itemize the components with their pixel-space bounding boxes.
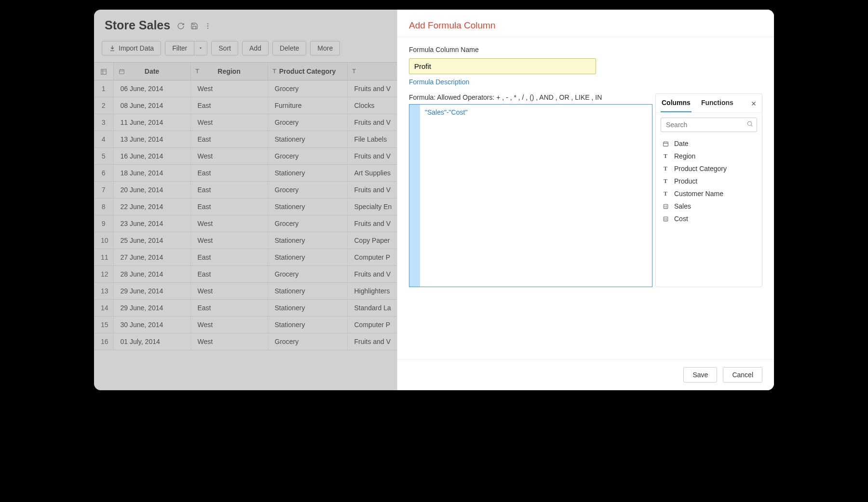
cell-region[interactable]: West xyxy=(190,333,268,350)
text-icon: T xyxy=(662,178,669,185)
cell-product-category[interactable]: Grocery xyxy=(268,266,347,283)
column-item[interactable]: TProduct xyxy=(662,177,756,185)
cell-date[interactable]: 25 June, 2014 xyxy=(113,232,190,249)
col-header-product-category[interactable]: TProduct Category xyxy=(268,63,347,80)
formula-panel: Add Formula Column Formula Column Name F… xyxy=(397,10,774,390)
close-icon[interactable] xyxy=(750,99,757,107)
panel-title: Add Formula Column xyxy=(397,10,774,37)
cell-date[interactable]: 22 June, 2014 xyxy=(113,198,190,215)
row-number: 10 xyxy=(94,232,113,249)
corner-header[interactable] xyxy=(94,63,113,80)
filter-button[interactable]: Filter xyxy=(165,41,194,55)
import-data-button[interactable]: Import Data xyxy=(102,41,161,55)
cell-region[interactable]: East xyxy=(190,182,268,198)
cell-product-category[interactable]: Stationery xyxy=(268,317,347,333)
cell-date[interactable]: 13 June, 2014 xyxy=(113,131,190,148)
cell-region[interactable]: West xyxy=(190,114,268,131)
cell-product-category[interactable]: Furniture xyxy=(268,97,347,114)
more-button[interactable]: More xyxy=(310,41,340,55)
cell-date[interactable]: 27 June, 2014 xyxy=(113,249,190,266)
column-item-label: Product xyxy=(674,177,697,185)
cell-region[interactable]: East xyxy=(190,198,268,215)
cell-date[interactable]: 18 June, 2014 xyxy=(113,165,190,182)
cell-product-category[interactable]: Stationery xyxy=(268,249,347,266)
cell-date[interactable]: 06 June, 2014 xyxy=(113,80,190,97)
cell-region[interactable]: West xyxy=(190,283,268,300)
column-item-label: Date xyxy=(674,140,689,147)
cell-product-category[interactable]: Stationery xyxy=(268,131,347,148)
cell-product-category[interactable]: Stationery xyxy=(268,232,347,249)
formula-area: Formula: Allowed Operators: + , - , * , … xyxy=(409,93,762,287)
refresh-icon[interactable] xyxy=(177,22,185,29)
sort-button[interactable]: Sort xyxy=(211,41,238,55)
formula-editor[interactable]: "Sales"-"Cost" xyxy=(409,104,652,287)
column-item[interactable]: TCustomer Name xyxy=(662,190,756,198)
column-item[interactable]: Date xyxy=(662,140,756,147)
cell-product-category[interactable]: Grocery xyxy=(268,215,347,232)
cell-date[interactable]: 29 June, 2014 xyxy=(113,283,190,300)
cell-date[interactable]: 23 June, 2014 xyxy=(113,215,190,232)
formula-code: "Sales"-"Cost" xyxy=(420,105,472,287)
cell-region[interactable]: West xyxy=(190,232,268,249)
cell-region[interactable]: East xyxy=(190,131,268,148)
row-number: 2 xyxy=(94,97,113,114)
delete-button[interactable]: Delete xyxy=(272,41,306,55)
add-button[interactable]: Add xyxy=(242,41,269,55)
column-item-label: Customer Name xyxy=(674,190,723,198)
column-search-input[interactable] xyxy=(661,118,757,132)
num-icon xyxy=(662,215,669,222)
cell-region[interactable]: West xyxy=(190,317,268,333)
cell-date[interactable]: 20 June, 2014 xyxy=(113,182,190,198)
panel-body: Formula Column Name Formula Description xyxy=(397,37,774,91)
formula-name-input[interactable] xyxy=(409,58,596,74)
cell-product-category[interactable]: Stationery xyxy=(268,300,347,317)
row-number: 1 xyxy=(94,80,113,97)
cell-product-category[interactable]: Grocery xyxy=(268,148,347,165)
save-icon[interactable] xyxy=(190,22,198,29)
tab-functions[interactable]: Functions xyxy=(700,94,734,112)
cancel-button[interactable]: Cancel xyxy=(723,367,762,383)
allowed-operators: Formula: Allowed Operators: + , - , * , … xyxy=(409,93,652,101)
column-item[interactable]: Cost xyxy=(662,215,756,223)
save-button[interactable]: Save xyxy=(683,367,717,383)
more-icon[interactable] xyxy=(204,22,212,29)
cell-region[interactable]: East xyxy=(190,266,268,283)
cell-region[interactable]: East xyxy=(190,97,268,114)
cell-region[interactable]: West xyxy=(190,148,268,165)
cell-date[interactable]: 08 June, 2014 xyxy=(113,97,190,114)
col-header-date[interactable]: Date xyxy=(113,63,190,80)
cell-product-category[interactable]: Grocery xyxy=(268,333,347,350)
cell-date[interactable]: 28 June, 2014 xyxy=(113,266,190,283)
cell-date[interactable]: 01 July, 2014 xyxy=(113,333,190,350)
svg-rect-4 xyxy=(119,70,124,74)
cell-date[interactable]: 29 June, 2014 xyxy=(113,300,190,317)
column-item[interactable]: TRegion xyxy=(662,152,756,160)
cell-date[interactable]: 30 June, 2014 xyxy=(113,317,190,333)
panel-footer: Save Cancel xyxy=(397,359,774,390)
svg-point-1 xyxy=(207,26,208,26)
cell-region[interactable]: West xyxy=(190,80,268,97)
svg-point-0 xyxy=(207,23,208,24)
tab-columns[interactable]: Columns xyxy=(661,94,692,112)
cell-region[interactable]: East xyxy=(190,165,268,182)
formula-description-link[interactable]: Formula Description xyxy=(409,78,762,86)
filter-dropdown[interactable] xyxy=(194,41,207,55)
column-item[interactable]: Sales xyxy=(662,202,756,210)
page-title: Store Sales xyxy=(105,18,170,32)
cell-date[interactable]: 11 June, 2014 xyxy=(113,114,190,131)
cell-product-category[interactable]: Stationery xyxy=(268,198,347,215)
col-header-region[interactable]: TRegion xyxy=(190,63,268,80)
cell-region[interactable]: West xyxy=(190,215,268,232)
cell-product-category[interactable]: Stationery xyxy=(268,283,347,300)
cell-product-category[interactable]: Grocery xyxy=(268,80,347,97)
svg-rect-8 xyxy=(664,217,668,221)
column-item[interactable]: TProduct Category xyxy=(662,165,756,172)
header-actions xyxy=(177,22,212,29)
cell-product-category[interactable]: Stationery xyxy=(268,165,347,182)
editor-gutter xyxy=(409,105,420,287)
cell-product-category[interactable]: Grocery xyxy=(268,114,347,131)
cell-date[interactable]: 16 June, 2014 xyxy=(113,148,190,165)
cell-region[interactable]: East xyxy=(190,300,268,317)
cell-product-category[interactable]: Grocery xyxy=(268,182,347,198)
cell-region[interactable]: East xyxy=(190,249,268,266)
